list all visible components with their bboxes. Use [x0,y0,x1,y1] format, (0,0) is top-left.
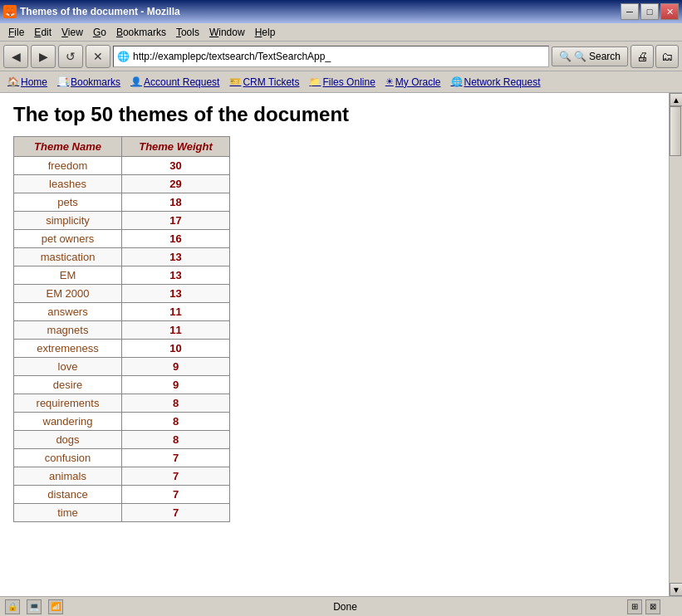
bookmark-crm-label: CRM Tickets [243,76,299,88]
bookmark-oracle[interactable]: ☀ My Oracle [381,75,445,90]
close-button[interactable]: ✕ [660,3,679,20]
theme-weight-cell: 10 [122,340,230,358]
window-controls[interactable]: ─ □ ✕ [621,3,679,20]
bookmark-home-label: Home [21,76,47,88]
refresh-button[interactable]: ↺ [58,45,83,68]
table-row: requirements8 [14,394,230,413]
menu-go[interactable]: Go [88,25,111,40]
status-bar: 🔒 💻 📶 Done ⊞ ⊠ [0,596,682,616]
address-icon: 🌐 [117,51,130,62]
theme-table: Theme Name Theme Weight freedom30leashes… [13,136,230,522]
table-row: extremeness10 [14,340,230,358]
theme-name-cell: animals [14,467,122,486]
forward-button[interactable]: ▶ [31,45,56,68]
print-button[interactable]: 🖨 [630,45,654,68]
theme-name-cell: pet owners [14,230,122,248]
page-title: The top 50 themes of the document [13,103,655,126]
status-signal-icon: 📶 [48,599,63,614]
menu-edit[interactable]: Edit [29,25,56,40]
theme-name-cell: mastication [14,248,122,266]
theme-name-cell: simplicity [14,212,122,230]
theme-name-cell: love [14,358,122,376]
history-button[interactable]: 🗂 [655,45,679,68]
table-row: time7 [14,504,230,522]
menu-window[interactable]: Window [204,25,250,40]
window-title: Themes of the document - Mozilla [20,6,180,17]
table-row: confusion7 [14,449,230,467]
scroll-down-button[interactable]: ▼ [670,583,682,596]
maximize-button[interactable]: □ [640,3,659,20]
bookmark-account-label: Account Request [144,76,219,88]
app-icon: 🦊 [3,5,17,18]
table-row: magnets11 [14,321,230,340]
search-icon: 🔍 [559,51,572,62]
bookmark-crm[interactable]: 🎫 CRM Tickets [225,75,303,90]
bookmark-network-label: Network Request [464,76,541,88]
minimize-button[interactable]: ─ [621,3,639,20]
theme-weight-cell: 30 [122,157,230,175]
table-row: pet owners16 [14,230,230,248]
title-bar-left: 🦊 Themes of the document - Mozilla [3,5,180,18]
search-button[interactable]: 🔍 🔍 Search [552,46,628,66]
theme-weight-cell: 11 [122,321,230,340]
bookmark-account[interactable]: 👤 Account Request [126,75,223,90]
theme-weight-cell: 18 [122,193,230,212]
theme-name-cell: pets [14,193,122,212]
bookmarks-bar: 🏠 Home 📑 Bookmarks 👤 Account Request 🎫 C… [0,71,682,93]
table-row: desire9 [14,376,230,394]
content-area: The top 50 themes of the document Theme … [0,93,669,596]
status-text: Done [333,601,357,613]
crm-icon: 🎫 [229,76,241,87]
theme-weight-cell: 17 [122,212,230,230]
bookmark-home[interactable]: 🏠 Home [3,75,52,90]
theme-weight-cell: 16 [122,230,230,248]
bookmark-bookmarks[interactable]: 📑 Bookmarks [53,75,125,90]
bookmark-network[interactable]: 🌐 Network Request [447,75,545,90]
menu-bookmarks[interactable]: Bookmarks [111,25,171,40]
theme-weight-cell: 9 [122,376,230,394]
status-lock-icon: 🔒 [5,599,20,614]
files-icon: 📁 [309,76,321,87]
nav-bar: ◀ ▶ ↺ ✕ 🌐 🔍 🔍 Search 🖨 🗂 [0,42,682,71]
scroll-up-button[interactable]: ▲ [670,93,682,106]
nav-icon-buttons: 🖨 🗂 [630,45,679,68]
theme-weight-cell: 8 [122,413,230,431]
stop-button[interactable]: ✕ [86,45,110,68]
address-input[interactable] [133,51,545,62]
menu-tools[interactable]: Tools [171,25,204,40]
theme-name-cell: EM 2000 [14,285,122,303]
theme-weight-cell: 7 [122,449,230,467]
table-row: mastication13 [14,248,230,266]
bookmarks-icon: 📑 [57,76,69,87]
table-row: answers11 [14,303,230,321]
search-label: 🔍 Search [574,51,621,62]
bookmark-files-label: Files Online [322,76,375,88]
theme-name-cell: dogs [14,431,122,449]
table-row: EM 200013 [14,285,230,303]
table-row: wandering8 [14,413,230,431]
status-computer-icon: 💻 [27,599,42,614]
col-header-name: Theme Name [14,137,122,157]
theme-name-cell: answers [14,303,122,321]
table-row: freedom30 [14,157,230,175]
oracle-icon: ☀ [385,76,394,87]
scroll-thumb[interactable] [670,106,681,156]
address-bar[interactable]: 🌐 [113,46,549,67]
theme-name-cell: confusion [14,449,122,467]
menu-view[interactable]: View [56,25,88,40]
theme-name-cell: desire [14,376,122,394]
back-button[interactable]: ◀ [3,45,28,68]
menu-help[interactable]: Help [250,25,281,40]
scroll-track[interactable] [670,106,682,583]
menu-file[interactable]: File [3,25,29,40]
scrollbar[interactable]: ▲ ▼ [669,93,682,596]
home-icon: 🏠 [7,76,19,87]
account-icon: 👤 [130,76,142,87]
theme-name-cell: time [14,504,122,522]
theme-weight-cell: 13 [122,248,230,266]
theme-weight-cell: 8 [122,394,230,413]
col-header-weight: Theme Weight [122,137,230,157]
browser-content-wrapper: The top 50 themes of the document Theme … [0,93,682,596]
bookmark-files[interactable]: 📁 Files Online [305,75,379,90]
theme-name-cell: requirements [14,394,122,413]
